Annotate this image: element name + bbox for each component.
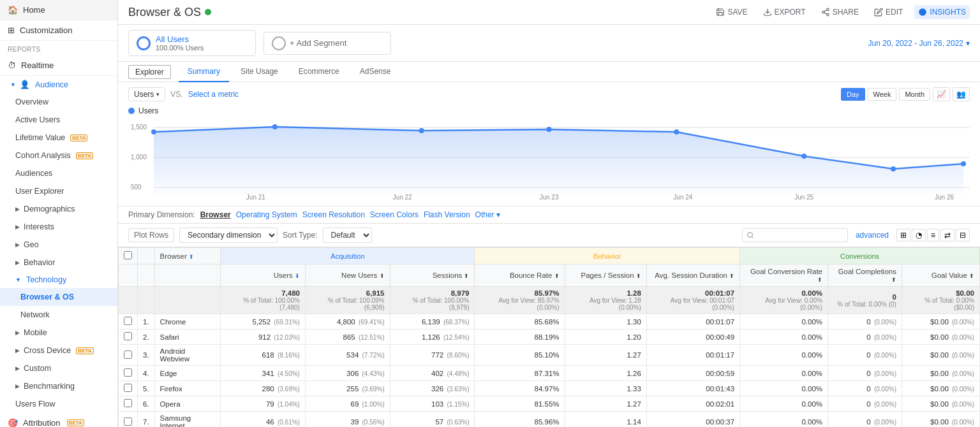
sidebar-item-browser-os[interactable]: Browser & OS xyxy=(0,288,117,306)
share-button[interactable]: SHARE xyxy=(817,5,863,19)
export-button[interactable]: EXPORT xyxy=(759,5,810,19)
header-sessions[interactable]: Sessions ⬆ xyxy=(390,264,475,287)
dim-flash[interactable]: Flash Version xyxy=(424,210,470,219)
sidebar-item-interests[interactable]: ▶ Interests xyxy=(0,218,117,236)
tab-summary[interactable]: Summary xyxy=(179,62,229,82)
row-browser-link[interactable]: Samsung Internet xyxy=(154,412,221,428)
row-sessions: 772 (8.60%) xyxy=(390,345,475,366)
sidebar-item-mobile[interactable]: ▶ Mobile xyxy=(0,324,117,342)
sidebar-item-user-explorer[interactable]: User Explorer xyxy=(0,182,117,200)
search-box xyxy=(742,228,848,242)
row-number: 3. xyxy=(138,345,155,366)
date-range-picker[interactable]: Jun 20, 2022 - Jun 26, 2022 ▾ xyxy=(868,39,970,48)
week-button[interactable]: Week xyxy=(868,88,897,101)
row-browser-link[interactable]: Edge xyxy=(154,366,221,381)
tab-adsense[interactable]: AdSense xyxy=(351,62,400,82)
sidebar-item-home[interactable]: 🏠 Home xyxy=(0,0,117,20)
sort-type-select[interactable]: Default xyxy=(323,228,372,243)
tab-ecommerce[interactable]: Ecommerce xyxy=(290,62,348,82)
row-pages-session: 1.20 xyxy=(565,329,646,345)
sidebar-item-lifetime-value[interactable]: Lifetime Value BETA xyxy=(0,129,117,147)
sidebar-item-network[interactable]: Network xyxy=(0,306,117,324)
sidebar-item-cohort-analysis[interactable]: Cohort Analysis BETA xyxy=(0,147,117,164)
header-new-users[interactable]: New Users ⬆ xyxy=(305,264,390,287)
dim-os[interactable]: Operating System xyxy=(236,210,297,219)
row-checkbox-cell[interactable] xyxy=(119,381,138,396)
row-checkbox-cell[interactable] xyxy=(119,329,138,345)
pivot-view-button[interactable]: ⊟ xyxy=(956,229,970,242)
row-browser-link[interactable]: Firefox xyxy=(154,381,221,396)
all-users-segment[interactable]: All Users 100.00% Users xyxy=(128,30,256,56)
header-checkbox[interactable] xyxy=(119,248,138,264)
row-goal-value: $0.00 (0.00%) xyxy=(902,366,979,381)
sidebar-item-custom[interactable]: ▶ Custom xyxy=(0,359,117,377)
search-input[interactable] xyxy=(754,231,843,240)
sidebar-item-active-users[interactable]: Active Users xyxy=(0,111,117,129)
row-checkbox[interactable] xyxy=(124,317,132,325)
compare-view-button[interactable]: ⇄ xyxy=(940,229,954,242)
select-all-checkbox[interactable] xyxy=(124,251,132,259)
advanced-link[interactable]: advanced xyxy=(856,231,889,240)
list-view-button[interactable]: ≡ xyxy=(927,229,939,242)
row-checkbox-cell[interactable] xyxy=(119,314,138,329)
select-metric-link[interactable]: Select a metric xyxy=(188,90,239,99)
dim-colors[interactable]: Screen Colors xyxy=(370,210,419,219)
sidebar-item-technology[interactable]: ▼ Technology xyxy=(0,271,117,288)
row-checkbox-cell[interactable] xyxy=(119,345,138,366)
home-icon: 🏠 xyxy=(8,5,18,15)
tab-site-usage[interactable]: Site Usage xyxy=(232,62,287,82)
row-checkbox[interactable] xyxy=(124,399,132,407)
sidebar-item-demographics[interactable]: ▶ Demographics xyxy=(0,200,117,218)
sidebar-item-audiences[interactable]: Audiences xyxy=(0,164,117,182)
save-button[interactable]: SAVE xyxy=(712,5,751,19)
dim-other[interactable]: Other ▾ xyxy=(475,210,500,219)
header-bounce-rate[interactable]: Bounce Rate ⬆ xyxy=(475,264,565,287)
sidebar-item-benchmarking[interactable]: ▶ Benchmarking xyxy=(0,377,117,395)
bar-chart-button[interactable]: 👥 xyxy=(953,87,970,101)
row-browser-link[interactable]: Android Webview xyxy=(154,345,221,366)
add-segment-button[interactable]: + Add Segment xyxy=(264,32,391,55)
row-checkbox[interactable] xyxy=(124,417,132,426)
day-button[interactable]: Day xyxy=(841,88,865,101)
row-checkbox[interactable] xyxy=(124,384,132,392)
row-checkbox[interactable] xyxy=(124,368,132,377)
row-browser-link[interactable]: Safari xyxy=(154,329,221,345)
sidebar-item-attribution[interactable]: 🎯 Attribution BETA xyxy=(0,413,117,427)
sidebar-item-audience[interactable]: ▼ 👤 Audience xyxy=(0,76,117,93)
secondary-dimension-select[interactable]: Secondary dimension xyxy=(179,228,278,243)
metric-select[interactable]: Users ▾ xyxy=(128,87,165,101)
line-chart-button[interactable]: 📈 xyxy=(933,87,950,101)
sidebar-item-behavior[interactable]: ▶ Behavior xyxy=(0,254,117,271)
insights-button[interactable]: INSIGHTS xyxy=(914,5,970,19)
plot-rows-button[interactable]: Plot Rows xyxy=(128,228,174,242)
header-users[interactable]: Users ⬇ xyxy=(221,264,306,287)
sidebar-item-cross-device[interactable]: ▶ Cross Device BETA xyxy=(0,342,117,359)
header-goal-completions[interactable]: Goal Completions ⬆ xyxy=(828,264,902,287)
sidebar-item-realtime[interactable]: ⏱ Realtime xyxy=(0,55,117,76)
header-goal-value[interactable]: Goal Value ⬆ xyxy=(902,264,979,287)
header-browser[interactable]: Browser ⬆ xyxy=(154,248,221,264)
row-browser-link[interactable]: Chrome xyxy=(154,314,221,329)
row-checkbox-cell[interactable] xyxy=(119,396,138,412)
grid-view-button[interactable]: ⊞ xyxy=(896,229,910,242)
edit-button[interactable]: EDIT xyxy=(870,5,907,19)
row-checkbox-cell[interactable] xyxy=(119,366,138,381)
header-avg-session[interactable]: Avg. Session Duration ⬆ xyxy=(646,264,739,287)
row-browser-link[interactable]: Opera xyxy=(154,396,221,412)
month-button[interactable]: Month xyxy=(899,88,930,101)
header-goal-conv-rate[interactable]: Goal Conversion Rate ⬆ xyxy=(740,264,828,287)
pie-view-button[interactable]: ◔ xyxy=(912,229,926,242)
header-pages-session[interactable]: Pages / Session ⬆ xyxy=(565,264,646,287)
row-checkbox[interactable] xyxy=(124,332,132,340)
dim-resolution[interactable]: Screen Resolution xyxy=(302,210,365,219)
sidebar-item-customization[interactable]: ⊞ Customization xyxy=(0,20,117,41)
row-goal-value: $0.00 (0.00%) xyxy=(902,329,979,345)
pages-sort-icon: ⬆ xyxy=(636,273,641,279)
sidebar-item-overview[interactable]: Overview xyxy=(0,93,117,111)
row-checkbox[interactable] xyxy=(124,351,132,359)
dim-browser[interactable]: Browser xyxy=(200,210,231,219)
chart-svg-container: 1,500 1,000 500 xyxy=(128,118,970,201)
row-checkbox-cell[interactable] xyxy=(119,412,138,428)
sidebar-item-users-flow[interactable]: Users Flow xyxy=(0,395,117,413)
sidebar-item-geo[interactable]: ▶ Geo xyxy=(0,236,117,254)
